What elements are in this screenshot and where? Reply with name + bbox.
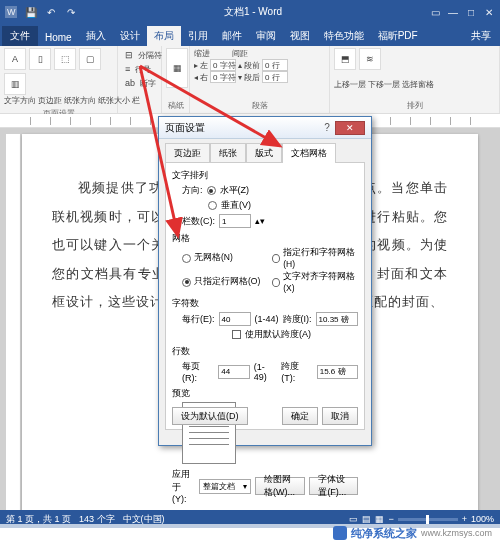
zoom-slider[interactable]: [398, 518, 458, 521]
tab-design[interactable]: 设计: [113, 26, 147, 46]
dialog-tab-grid[interactable]: 文档网格: [282, 143, 336, 163]
line-pitch-input[interactable]: 15.6 磅: [317, 365, 358, 379]
lines-per-page-input[interactable]: 44: [218, 365, 249, 379]
tab-pdf[interactable]: 福昕PDF: [371, 26, 425, 46]
tab-layout[interactable]: 布局: [147, 26, 181, 46]
dialog-tabs: 页边距 纸张 版式 文档网格: [159, 139, 371, 163]
dialog-titlebar[interactable]: 页面设置 ? ✕: [159, 117, 371, 139]
dialog-tab-margin[interactable]: 页边距: [165, 143, 210, 163]
minimize-icon[interactable]: ―: [446, 5, 460, 19]
space-after-input[interactable]: 0 行: [262, 71, 288, 83]
tab-home[interactable]: Home: [38, 29, 79, 46]
orientation-button[interactable]: ⬚: [54, 48, 76, 70]
dialog-title: 页面设置: [165, 121, 319, 135]
view-read-icon[interactable]: ▭: [349, 514, 358, 524]
text-direction-button[interactable]: A: [4, 48, 26, 70]
ribbon-options-icon[interactable]: ▭: [428, 5, 442, 19]
indent-right-input[interactable]: 0 字符: [210, 71, 236, 83]
chars-label: 字符数: [172, 297, 358, 310]
apply-to-select[interactable]: 整篇文档▾: [199, 479, 251, 494]
default-pitch-checkbox[interactable]: [232, 330, 241, 339]
share-button[interactable]: 共享: [464, 26, 498, 46]
page-setup-dialog: 页面设置 ? ✕ 页边距 纸张 版式 文档网格 文字排列 方向: 水平(Z) 垂…: [158, 116, 372, 446]
tab-view[interactable]: 视图: [283, 26, 317, 46]
chars-per-line-input[interactable]: 40: [219, 312, 251, 326]
tab-feature[interactable]: 特色功能: [317, 26, 371, 46]
paper-settings-button[interactable]: ▦: [166, 48, 188, 88]
watermark: 纯净系统之家 www.kzmsys.com: [0, 524, 500, 542]
preview-label: 预览: [172, 387, 358, 400]
char-pitch-input[interactable]: 10.35 磅: [316, 312, 358, 326]
view-web-icon[interactable]: ▦: [375, 514, 384, 524]
maximize-icon[interactable]: □: [464, 5, 478, 19]
svg-text:W: W: [7, 7, 16, 17]
text-arrange-label: 文字排列: [172, 169, 358, 182]
grid-label: 网格: [172, 232, 358, 245]
set-default-button[interactable]: 设为默认值(D): [172, 407, 248, 425]
radio-horizontal[interactable]: [207, 186, 216, 195]
tab-insert[interactable]: 插入: [79, 26, 113, 46]
breaks-button[interactable]: ⊟: [122, 48, 136, 62]
radio-char-line-grid[interactable]: [272, 254, 280, 263]
wrap-text-button[interactable]: ≋: [359, 48, 381, 70]
columns-input[interactable]: 1: [219, 214, 251, 228]
tab-mail[interactable]: 邮件: [215, 26, 249, 46]
dialog-tab-paper[interactable]: 纸张: [210, 143, 246, 163]
watermark-logo-icon: [333, 526, 347, 540]
position-button[interactable]: ⬒: [334, 48, 356, 70]
tab-review[interactable]: 审阅: [249, 26, 283, 46]
radio-no-grid[interactable]: [182, 254, 191, 263]
zoom-in-icon[interactable]: +: [462, 514, 467, 524]
group-arrange-label: 排列: [334, 100, 495, 111]
group-paper-label: 稿纸: [166, 100, 185, 111]
chevron-down-icon: ▾: [243, 482, 247, 491]
close-icon[interactable]: ✕: [482, 5, 496, 19]
group-paragraph-label: 段落: [194, 100, 325, 111]
columns-button[interactable]: ▥: [4, 73, 26, 95]
undo-icon[interactable]: ↶: [44, 5, 58, 19]
margins-button[interactable]: ▯: [29, 48, 51, 70]
indent-left-input[interactable]: 0 字符: [210, 59, 236, 71]
save-icon[interactable]: 💾: [24, 5, 38, 19]
radio-line-only-grid[interactable]: [182, 278, 191, 287]
radio-align-grid[interactable]: [272, 278, 280, 287]
document-title: 文档1 - Word: [78, 5, 428, 19]
hyphenation-button[interactable]: ab: [122, 76, 138, 90]
radio-vertical[interactable]: [208, 201, 217, 210]
line-numbers-button[interactable]: ≡: [122, 62, 133, 76]
spinner-icon[interactable]: ▴▾: [255, 216, 265, 226]
titlebar: W 💾 ↶ ↷ 文档1 - Word ▭ ― □ ✕: [0, 0, 500, 24]
ribbon: A ▯ ⬚ ▢ ▥ 文字方向 页边距 纸张方向 纸张大小 栏 页面设置 ⊟分隔符…: [0, 46, 500, 114]
space-before-input[interactable]: 0 行: [262, 59, 288, 71]
size-button[interactable]: ▢: [79, 48, 101, 70]
view-print-icon[interactable]: ▤: [362, 514, 371, 524]
dialog-tab-layout[interactable]: 版式: [246, 143, 282, 163]
font-settings-button[interactable]: 字体设置(F)...: [309, 477, 358, 495]
lines-label: 行数: [172, 345, 358, 358]
dialog-close-button[interactable]: ✕: [335, 121, 365, 135]
word-icon: W: [4, 5, 18, 19]
redo-icon[interactable]: ↷: [64, 5, 78, 19]
help-icon[interactable]: ?: [319, 122, 335, 133]
ribbon-tabs: 文件 Home 插入 设计 布局 引用 邮件 审阅 视图 特色功能 福昕PDF …: [0, 24, 500, 46]
cancel-button[interactable]: 取消: [322, 407, 358, 425]
draw-grid-button[interactable]: 绘图网格(W)...: [255, 477, 305, 495]
tab-reference[interactable]: 引用: [181, 26, 215, 46]
ok-button[interactable]: 确定: [282, 407, 318, 425]
vertical-ruler[interactable]: [6, 134, 20, 510]
zoom-out-icon[interactable]: −: [388, 514, 393, 524]
tab-file[interactable]: 文件: [2, 26, 38, 46]
zoom-level[interactable]: 100%: [471, 514, 494, 524]
